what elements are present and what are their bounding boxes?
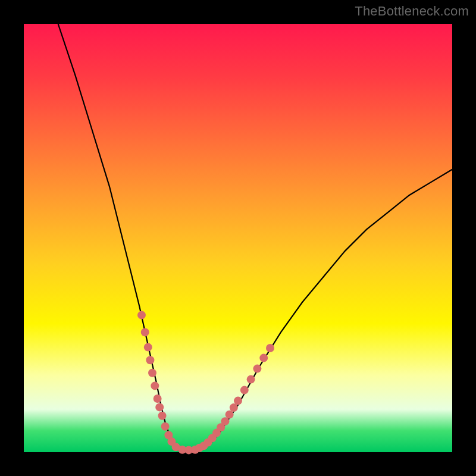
chart-stage: TheBottleneck.com: [0, 0, 476, 476]
chart-svg: [24, 24, 452, 452]
bottleneck-curve: [58, 24, 452, 450]
data-point: [155, 403, 164, 411]
data-point: [234, 397, 242, 405]
data-point: [230, 403, 238, 412]
data-point: [266, 344, 274, 352]
data-point: [146, 356, 154, 364]
data-point: [259, 354, 268, 362]
data-point: [154, 394, 162, 403]
data-point: [141, 328, 149, 336]
data-point: [240, 386, 249, 394]
data-point: [158, 412, 167, 420]
data-point: [151, 381, 159, 390]
plot-area: [24, 24, 452, 452]
data-point: [148, 369, 156, 377]
data-point: [247, 375, 255, 384]
watermark-text: TheBottleneck.com: [355, 4, 469, 19]
data-point: [161, 422, 170, 431]
data-points: [137, 311, 274, 455]
data-point: [253, 365, 261, 373]
data-point: [226, 411, 234, 419]
data-point: [137, 311, 146, 320]
data-point: [144, 343, 152, 352]
data-point: [221, 417, 229, 425]
